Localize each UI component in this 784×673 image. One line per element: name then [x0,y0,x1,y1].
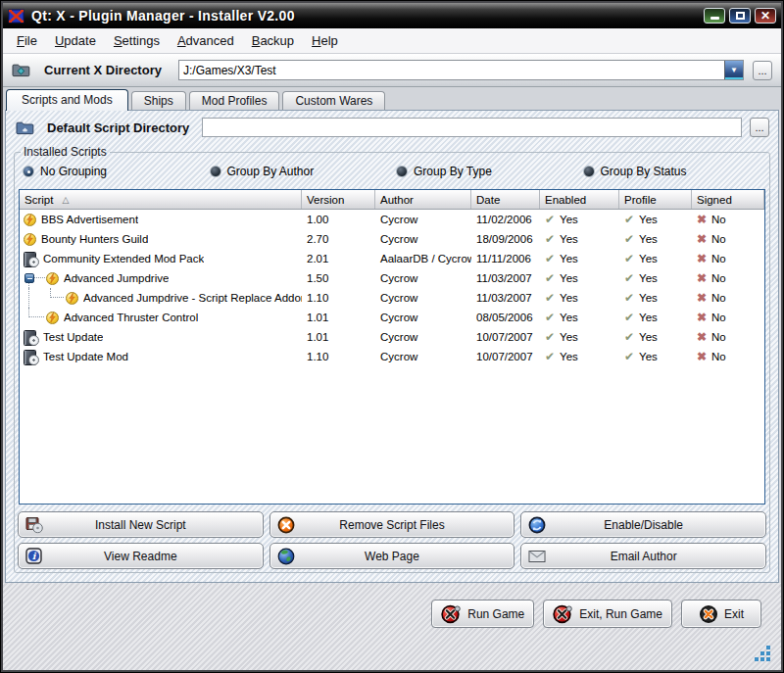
button-label: Email Author [611,550,677,563]
column-header-label: Date [476,194,500,206]
browse-x-directory-button[interactable]: ... [753,61,772,80]
tab-mod-profiles[interactable]: Mod Profiles [189,91,280,110]
menu-item-backup[interactable]: Backup [243,29,303,52]
cell-enabled-text: Yes [560,214,578,225]
cell-signed-text: No [711,351,726,362]
exit-button[interactable]: Exit [681,600,761,628]
radio-group-by-type[interactable]: Group By Type [396,165,583,178]
install-new-script-button[interactable]: Install New Script [18,511,264,538]
tree-collapse-icon[interactable] [24,273,34,283]
mod-package-icon [24,350,38,364]
maximize-button[interactable] [729,8,751,24]
menu-item-file[interactable]: File [8,29,46,52]
resize-grip[interactable] [753,644,772,663]
cell-profile-text: Yes [639,272,658,284]
cell-enabled: ✔Yes [540,249,619,268]
script-action-buttons: Install New ScriptRemove Script FilesEna… [18,511,766,569]
scripts-and-mods-page: Default Script Directory ... Installed S… [5,110,779,583]
cross-icon: ✖ [697,271,707,285]
table-row-test-update[interactable]: Test Update1.01Cycrow10/07/2007✔Yes✔Yes✖… [20,327,764,347]
script-name: BBS Advertisement [41,214,138,225]
radio-unselected-icon [583,166,595,177]
column-header-profile[interactable]: Profile [619,190,692,209]
table-row-advanced-thruster-control[interactable]: Advanced Thruster Control1.01Cycrow08/05… [20,308,764,327]
browse-script-directory-button[interactable]: ... [750,118,769,137]
table-row-advanced-jumpdrive[interactable]: Advanced Jumpdrive1.50Cycrow11/03/2007✔Y… [20,268,764,288]
button-label: Install New Script [95,518,186,532]
default-script-directory-input[interactable] [202,118,742,137]
button-label: View Readme [104,550,176,563]
table-row-bounty-hunters-guild[interactable]: Bounty Hunters Guild2.70Cycrow18/09/2006… [20,229,764,249]
cell-signed-text: No [711,272,726,284]
cell-signed: ✖No [692,308,764,327]
remove-script-files-button[interactable]: Remove Script Files [270,511,515,538]
cell-script: BBS Advertisement [20,210,302,229]
title-bar[interactable]: Qt: X - Plugin Manager - Installer V2.00… [3,3,781,28]
check-icon: ✔ [624,311,634,324]
run-game-button[interactable]: Run Game [431,600,534,628]
cell-profile-text: Yes [639,253,658,264]
x-directory-combobox[interactable]: J:/Games/X3/Test ▼ [178,60,744,80]
radio-label: No Grouping [40,165,107,178]
radio-group-by-author[interactable]: Group By Author [210,165,397,178]
cell-signed: ✖No [692,347,764,366]
cross-icon: ✖ [697,291,707,305]
table-header: Script△VersionAuthorDateEnabledProfileSi… [20,190,764,210]
tab-custom-wares[interactable]: Custom Wares [282,91,385,110]
column-header-author[interactable]: Author [375,190,471,209]
radio-no-grouping[interactable]: No Grouping [23,165,210,178]
cell-signed: ✖No [692,249,764,268]
window-controls: ✕ [704,8,776,24]
game-buttons: Run GameExit, Run GameExit [431,600,761,628]
cross-icon: ✖ [697,232,707,246]
script-name: Advanced Jumpdrive - Script Replace Addo… [83,292,302,304]
close-button[interactable]: ✕ [755,8,776,24]
menu-item-update[interactable]: Update [46,29,105,52]
cell-date: 11/02/2006 [471,210,540,229]
column-header-label: Signed [697,194,732,206]
table-row-community-extended-mod-pack[interactable]: Community Extended Mod Pack2.01AalaarDB … [20,249,764,268]
window-title: Qt: X - Plugin Manager - Installer V2.00 [31,8,698,24]
web-page-button[interactable]: Web Page [270,543,515,569]
tab-ships[interactable]: Ships [131,91,186,110]
menu-item-settings[interactable]: Settings [105,29,169,52]
cell-date: 08/05/2006 [471,308,540,327]
radio-group-by-status[interactable]: Group By Status [583,165,770,178]
column-header-date[interactable]: Date [471,190,540,209]
column-header-script[interactable]: Script△ [20,190,302,209]
minimize-button[interactable] [704,8,725,24]
cell-profile: ✔Yes [619,347,692,366]
dropdown-arrow-icon[interactable]: ▼ [724,61,743,79]
cross-icon: ✖ [697,213,707,226]
cell-profile: ✔Yes [619,327,692,347]
cell-author: Cycrow [375,210,471,229]
menu-item-advanced[interactable]: Advanced [169,29,243,52]
cross-icon: ✖ [697,311,707,324]
tab-scripts-and-mods[interactable]: Scripts and Mods [6,89,128,111]
check-icon: ✔ [545,232,555,246]
column-header-enabled[interactable]: Enabled [540,190,619,209]
table-row-advanced-jumpdrive-script-replace-addon[interactable]: Advanced Jumpdrive - Script Replace Addo… [20,288,764,308]
table-row-test-update-mod[interactable]: Test Update Mod1.10Cycrow10/07/2007✔Yes✔… [20,347,764,366]
cell-profile-text: Yes [639,233,658,245]
column-header-version[interactable]: Version [302,190,375,209]
maximize-icon [736,12,745,20]
table-row-bbs-advertisement[interactable]: BBS Advertisement1.00Cycrow11/02/2006✔Ye… [20,210,764,229]
script-icon [46,312,59,324]
script-icon [24,214,36,226]
email-author-icon [528,550,546,562]
cell-version: 1.00 [302,210,375,229]
enable-disable-button[interactable]: Enable/Disable [520,511,766,538]
radio-label: Group By Status [601,165,687,178]
cell-enabled-text: Yes [560,272,578,284]
cell-profile-text: Yes [639,331,658,343]
menu-item-help[interactable]: Help [303,29,347,52]
view-readme-button[interactable]: iView Readme [18,543,264,569]
radio-unselected-icon [210,166,221,177]
button-label: Web Page [365,550,419,563]
tree-line [28,308,29,317]
email-author-button[interactable]: Email Author [520,543,766,569]
exit-run-game-button[interactable]: Exit, Run Game [543,600,672,628]
button-label: Run Game [467,607,524,621]
column-header-signed[interactable]: Signed [692,190,764,209]
